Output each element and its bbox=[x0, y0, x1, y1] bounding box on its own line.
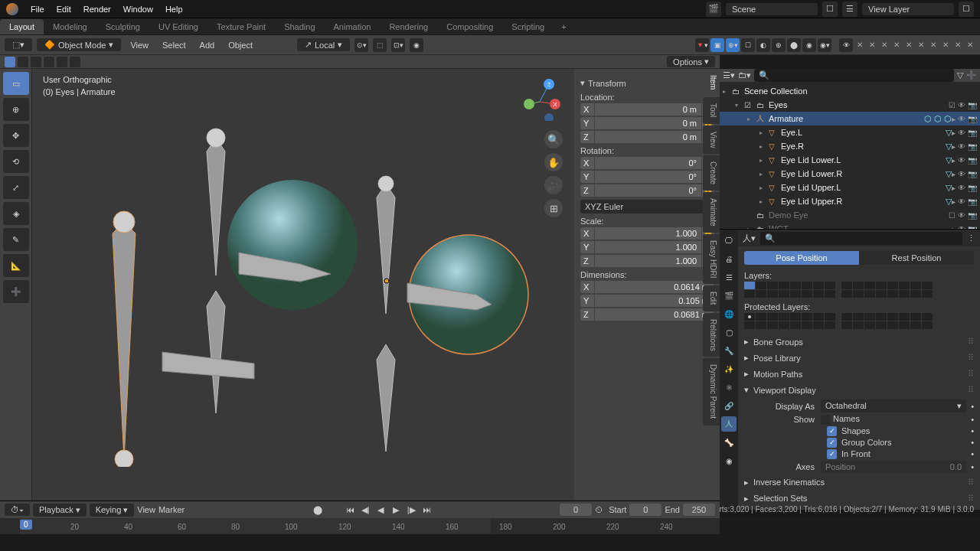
dim-z-field[interactable]: 0.0681 m bbox=[594, 308, 714, 321]
proportional-toggle[interactable]: ◉ bbox=[410, 38, 423, 52]
ptab-armature[interactable]: 人 bbox=[721, 416, 737, 432]
ik-section[interactable]: ▸Inverse Kinematics⠿ bbox=[744, 474, 974, 491]
tab-sculpting[interactable]: Sculpting bbox=[96, 19, 149, 34]
timeline-view-menu[interactable]: View bbox=[137, 505, 155, 514]
props-search-input[interactable]: 🔍 bbox=[760, 232, 962, 245]
snap-increment-toggle[interactable] bbox=[57, 57, 67, 67]
position-field[interactable]: Position 0.0 bbox=[821, 461, 966, 473]
timeline-editor-icon[interactable]: ⏱▾ bbox=[5, 504, 30, 516]
outliner-item-lidul[interactable]: ▸▽Eye Lid Upper.L▽ ▸👁📷 bbox=[720, 181, 980, 194]
outliner-display-icon[interactable]: 🗀▾ bbox=[738, 70, 751, 80]
menu-window[interactable]: Window bbox=[117, 5, 159, 14]
snap-volume-toggle[interactable] bbox=[44, 57, 54, 67]
ptab-viewlayer[interactable]: ☰ bbox=[721, 269, 737, 285]
tool-rotate[interactable]: ⟲ bbox=[3, 150, 29, 173]
menu-render[interactable]: Render bbox=[77, 5, 117, 14]
ptab-constraint[interactable]: 🔗 bbox=[721, 398, 737, 413]
dim-y-field[interactable]: 0.105 m bbox=[594, 295, 714, 307]
tool-move[interactable]: ✥ bbox=[3, 124, 29, 147]
ntab-edit[interactable]: Edit bbox=[703, 285, 720, 311]
tool-transform[interactable]: ◈ bbox=[3, 202, 29, 225]
scene-icon[interactable]: 🎬 bbox=[706, 2, 721, 17]
outliner-item-armature[interactable]: ▸人Armature ⬡ ⬡ ⬡ ▸👁📷 bbox=[720, 112, 980, 126]
eye-icon[interactable]: 👁 bbox=[839, 38, 853, 52]
snap-edge-toggle[interactable] bbox=[18, 57, 28, 67]
snap-vertex-toggle[interactable] bbox=[5, 57, 15, 67]
tab-animation[interactable]: Animation bbox=[325, 19, 381, 34]
jump-next-key-button[interactable]: |▶ bbox=[404, 503, 418, 517]
restrict-9[interactable]: ✕ bbox=[952, 41, 963, 49]
ntab-view[interactable]: View bbox=[703, 126, 720, 155]
ptab-physics[interactable]: ⚛ bbox=[721, 380, 737, 395]
display-as-dropdown[interactable]: Octahedral ▾ bbox=[821, 399, 966, 412]
breadcrumb-icon[interactable]: 人▾ bbox=[743, 233, 756, 244]
tool-scale[interactable]: ⤢ bbox=[3, 176, 29, 199]
pose-position-button[interactable]: Pose Position bbox=[744, 251, 859, 265]
ntab-create[interactable]: Create bbox=[703, 155, 720, 191]
restrict-8[interactable]: ✕ bbox=[940, 41, 951, 49]
loc-y-field[interactable]: 0 m bbox=[594, 117, 701, 129]
restrict-3[interactable]: ✕ bbox=[879, 41, 890, 49]
shade-matprev-icon[interactable]: ◉ bbox=[802, 38, 816, 52]
orientation-dropdown[interactable]: ↗ Local ▾ bbox=[297, 38, 350, 51]
snap-dropdown[interactable]: ⊡▾ bbox=[391, 38, 405, 52]
restrict-2[interactable]: ✕ bbox=[867, 41, 877, 49]
menu-help[interactable]: Help bbox=[159, 5, 189, 14]
ntab-dynparent[interactable]: Dynamic Parent bbox=[703, 358, 720, 425]
current-frame-field[interactable]: 0 bbox=[560, 504, 592, 516]
xray-toggle[interactable]: ◐ bbox=[756, 38, 770, 52]
show-group-colors-checkbox[interactable]: ✓Group Colors• bbox=[827, 438, 974, 448]
rotation-mode-dropdown[interactable]: XYZ Euler ▾ bbox=[580, 200, 714, 214]
ptab-particles[interactable]: ✨ bbox=[721, 361, 737, 377]
gizmo-toggle[interactable]: ⊕▾ bbox=[726, 38, 740, 52]
view-menu[interactable]: View bbox=[126, 41, 153, 50]
autokey-toggle[interactable]: ⬤ bbox=[311, 503, 325, 517]
viewlayer-icon[interactable]: ☰ bbox=[842, 2, 858, 17]
pose-library-section[interactable]: ▸Pose Library⠿ bbox=[744, 350, 974, 366]
snap-toggle[interactable]: ⬚ bbox=[373, 38, 387, 52]
jump-end-button[interactable]: ⏭ bbox=[420, 503, 433, 517]
pivot-dropdown[interactable]: ⊙▾ bbox=[354, 38, 368, 52]
editor-type-dropdown[interactable]: ⬚▾ bbox=[5, 38, 32, 51]
jump-prev-key-button[interactable]: ◀| bbox=[358, 503, 372, 517]
tab-compositing[interactable]: Compositing bbox=[437, 19, 502, 34]
add-menu[interactable]: Add bbox=[195, 41, 220, 50]
bone-groups-section[interactable]: ▸Bone Groups⠿ bbox=[744, 334, 974, 350]
tab-rendering[interactable]: Rendering bbox=[380, 19, 437, 34]
tool-measure[interactable]: 📐 bbox=[3, 254, 29, 277]
dim-x-field[interactable]: 0.0614 m bbox=[594, 281, 714, 293]
outliner-editor-icon[interactable]: ☰▾ bbox=[723, 70, 735, 80]
rot-y-field[interactable]: 0° bbox=[594, 171, 701, 183]
snap-face-toggle[interactable] bbox=[31, 57, 41, 67]
select-toggle[interactable]: ▣ bbox=[710, 38, 724, 52]
motion-paths-section[interactable]: ▸Motion Paths⠿ bbox=[744, 366, 974, 382]
overlay-toggle[interactable]: ☐ bbox=[741, 38, 755, 52]
ntab-easyhdri[interactable]: Easy HDRI bbox=[703, 234, 720, 284]
ptab-world[interactable]: 🌐 bbox=[721, 306, 737, 321]
ntab-relations[interactable]: Relations bbox=[703, 313, 720, 357]
restrict-7[interactable]: ✕ bbox=[928, 41, 939, 49]
scene-new-icon[interactable]: ☐ bbox=[822, 2, 838, 17]
jump-start-button[interactable]: ⏮ bbox=[343, 503, 357, 517]
ptab-bone[interactable]: 🦴 bbox=[721, 435, 737, 450]
outliner-item-lidll[interactable]: ▸▽Eye Lid Lower.L▽ ▸👁📷 bbox=[720, 153, 980, 167]
loc-z-field[interactable]: 0 m bbox=[594, 131, 701, 143]
visibility-filter-icon[interactable]: 🔻▾ bbox=[695, 38, 709, 52]
add-workspace-button[interactable]: + bbox=[554, 19, 573, 34]
shade-wire-icon[interactable]: ⊕ bbox=[772, 38, 786, 52]
start-frame-field[interactable]: 0 bbox=[629, 504, 662, 516]
restrict-6[interactable]: ✕ bbox=[916, 41, 926, 49]
layers-grid[interactable] bbox=[744, 282, 974, 298]
tab-scripting[interactable]: Scripting bbox=[502, 19, 554, 34]
loc-x-field[interactable]: 0 m bbox=[594, 103, 701, 116]
selection-sets-section[interactable]: ▸Selection Sets⠿ bbox=[744, 491, 974, 507]
props-pin-icon[interactable]: ⋮ bbox=[967, 233, 975, 243]
ptab-object[interactable]: ▢ bbox=[721, 324, 737, 340]
outliner-item-eyer[interactable]: ▸▽Eye.R▽ ▸👁📷 bbox=[720, 139, 980, 153]
outliner-new-col-icon[interactable]: ➕ bbox=[966, 70, 977, 80]
outliner-search-input[interactable]: 🔍 bbox=[754, 69, 954, 82]
protected-layers-grid[interactable] bbox=[744, 313, 974, 329]
restrict-1[interactable]: ✕ bbox=[854, 41, 865, 49]
jump-icon[interactable]: ⏲ bbox=[595, 505, 606, 514]
timeline-scrubber[interactable]: 0 20 40 60 80 100 120 140 160 180 200 22… bbox=[0, 518, 720, 534]
